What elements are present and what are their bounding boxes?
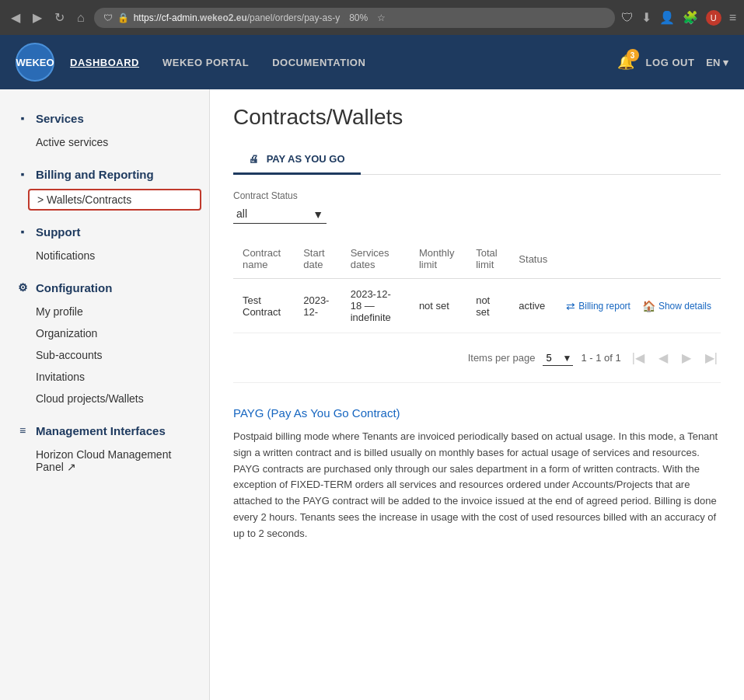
browser-extensions-icon[interactable]: 🧩 bbox=[683, 10, 698, 25]
cell-actions: ⇄ Billing report 🏠 Show details bbox=[557, 279, 721, 333]
sidebar-item-invitations[interactable]: Invitations bbox=[0, 366, 209, 388]
cell-contract-name: Test Contract bbox=[233, 279, 294, 333]
nav-right: 🔔 3 LOG OUT EN ▾ bbox=[617, 54, 728, 71]
url-suffix: /panel/orders/pay-as-y bbox=[247, 12, 340, 23]
col-total-limit: Total limit bbox=[466, 239, 509, 279]
url-domain: wekeo2.eu bbox=[200, 12, 247, 23]
sidebar-header-billing[interactable]: ▪ Billing and Reporting bbox=[0, 161, 209, 187]
sidebar-item-organization[interactable]: Organization bbox=[0, 322, 209, 344]
cell-status: active bbox=[509, 279, 557, 333]
cell-services-dates: 2023-12-18 — indefinite bbox=[341, 279, 410, 333]
browser-chrome: ◀ ▶ ↻ ⌂ 🛡 🔒 https://cf-admin.wekeo2.eu/p… bbox=[0, 0, 744, 35]
col-monthly-limit: Monthly limit bbox=[410, 239, 466, 279]
next-page-button[interactable]: ▶ bbox=[679, 349, 694, 367]
logout-button[interactable]: LOG OUT bbox=[646, 57, 695, 68]
nav-dashboard[interactable]: DASHBOARD bbox=[70, 57, 139, 68]
browser-ublockicon[interactable]: U bbox=[706, 10, 721, 26]
col-actions bbox=[557, 239, 721, 279]
actions-cell: ⇄ Billing report 🏠 Show details bbox=[566, 300, 711, 312]
cell-monthly-limit: not set bbox=[410, 279, 466, 333]
sidebar-item-my-profile[interactable]: My profile bbox=[0, 301, 209, 322]
col-services-dates: Services dates bbox=[341, 239, 410, 279]
sidebar-item-notifications[interactable]: Notifications bbox=[0, 245, 209, 266]
table-body: Test Contract 2023-12- 2023-12-18 — inde… bbox=[233, 279, 721, 333]
refresh-button[interactable]: ↻ bbox=[51, 7, 68, 28]
sidebar-section-configuration: ⚙ Configuration My profile Organization … bbox=[0, 274, 209, 409]
sidebar-section-services: ▪ Services Active services bbox=[0, 105, 209, 153]
sidebar: ▪ Services Active services ▪ Billing and… bbox=[0, 89, 210, 700]
billing-report-link[interactable]: ⇄ Billing report bbox=[566, 300, 630, 312]
payg-title[interactable]: PAYG (Pay As You Go Contract) bbox=[233, 406, 721, 420]
billing-icon: ▪ bbox=[16, 167, 30, 181]
items-per-page-label: Items per page bbox=[468, 352, 536, 364]
sidebar-label-configuration: Configuration bbox=[36, 281, 112, 294]
table-header-row: Contract name Start date Services dates … bbox=[233, 239, 721, 279]
top-navigation: WEKEO DASHBOARD WEKEO PORTAL DOCUMENTATI… bbox=[0, 35, 744, 89]
prev-page-button[interactable]: ◀ bbox=[655, 349, 671, 367]
cell-total-limit: not set bbox=[466, 279, 509, 333]
zoom-level: 80% bbox=[344, 11, 372, 25]
show-details-label: Show details bbox=[658, 301, 711, 312]
tab-payg[interactable]: 🖨 PAY AS YOU GO bbox=[233, 145, 361, 175]
url-display: https://cf-admin.wekeo2.eu/panel/orders/… bbox=[134, 12, 340, 23]
sidebar-header-services[interactable]: ▪ Services bbox=[0, 105, 209, 131]
pagination-row: Items per page 5 10 25 50 ▼ 1 - 1 of 1 |… bbox=[233, 341, 721, 383]
lock-icon: 🔒 bbox=[117, 12, 129, 23]
last-page-button[interactable]: ▶| bbox=[702, 349, 721, 367]
bookmark-icon: ☆ bbox=[377, 12, 386, 23]
sidebar-label-management: Management Interfaces bbox=[36, 424, 166, 437]
tab-payg-icon: 🖨 bbox=[249, 153, 259, 165]
billing-report-label: Billing report bbox=[578, 301, 630, 312]
security-icon: 🛡 bbox=[103, 12, 113, 23]
contract-status-select[interactable]: all active inactive pending bbox=[233, 204, 327, 224]
main-content: Contracts/Wallets 🖨 PAY AS YOU GO Contra… bbox=[210, 89, 744, 700]
notification-badge: 3 bbox=[627, 49, 639, 61]
language-selector[interactable]: EN ▾ bbox=[706, 57, 728, 68]
browser-download-icon[interactable]: ⬇ bbox=[641, 10, 651, 25]
table-row: Test Contract 2023-12- 2023-12-18 — inde… bbox=[233, 279, 721, 333]
sidebar-section-support: ▪ Support Notifications bbox=[0, 218, 209, 266]
services-icon: ▪ bbox=[16, 111, 30, 125]
col-contract-name: Contract name bbox=[233, 239, 294, 279]
first-page-button[interactable]: |◀ bbox=[629, 349, 648, 367]
management-icon: ≡ bbox=[16, 423, 30, 437]
home-button[interactable]: ⌂ bbox=[74, 8, 88, 28]
nav-wekeo-portal[interactable]: WEKEO PORTAL bbox=[162, 57, 249, 68]
browser-shield-icon[interactable]: 🛡 bbox=[621, 11, 634, 25]
page-size-select[interactable]: 5 10 25 50 bbox=[543, 350, 573, 366]
forward-button[interactable]: ▶ bbox=[30, 7, 45, 28]
sidebar-item-sub-accounts[interactable]: Sub-accounts bbox=[0, 344, 209, 366]
support-icon: ▪ bbox=[16, 225, 30, 239]
sidebar-label-services: Services bbox=[36, 112, 84, 125]
configuration-icon: ⚙ bbox=[16, 280, 30, 294]
sidebar-header-configuration[interactable]: ⚙ Configuration bbox=[0, 274, 209, 301]
sidebar-item-horizon[interactable]: Horizon Cloud Management Panel ↗ bbox=[0, 444, 209, 478]
payg-description: Postpaid billing mode where Tenants are … bbox=[233, 429, 721, 542]
sidebar-item-wallets-contracts[interactable]: Wallets/Contracts bbox=[28, 189, 201, 211]
col-status: Status bbox=[509, 239, 557, 279]
show-details-link[interactable]: 🏠 Show details bbox=[642, 300, 711, 312]
sidebar-section-management: ≡ Management Interfaces Horizon Cloud Ma… bbox=[0, 417, 209, 478]
page-size-select-wrap: 5 10 25 50 ▼ bbox=[543, 350, 573, 366]
tabs: 🖨 PAY AS YOU GO bbox=[233, 145, 721, 175]
sidebar-label-support: Support bbox=[36, 225, 81, 239]
back-button[interactable]: ◀ bbox=[8, 7, 23, 28]
sidebar-item-cloud-projects[interactable]: Cloud projects/Wallets bbox=[0, 388, 209, 409]
nav-links: DASHBOARD WEKEO PORTAL DOCUMENTATION bbox=[70, 57, 617, 68]
tab-payg-label: PAY AS YOU GO bbox=[267, 153, 345, 165]
browser-actions: 🛡 ⬇ 👤 🧩 U ≡ bbox=[621, 10, 736, 26]
sidebar-header-management[interactable]: ≡ Management Interfaces bbox=[0, 417, 209, 444]
billing-report-icon: ⇄ bbox=[566, 300, 575, 312]
sidebar-header-support[interactable]: ▪ Support bbox=[0, 218, 209, 245]
notifications-button[interactable]: 🔔 3 bbox=[617, 54, 634, 71]
main-layout: ▪ Services Active services ▪ Billing and… bbox=[0, 89, 744, 700]
sidebar-section-billing: ▪ Billing and Reporting Wallets/Contract… bbox=[0, 161, 209, 211]
browser-menu-icon[interactable]: ≡ bbox=[729, 11, 736, 25]
nav-documentation[interactable]: DOCUMENTATION bbox=[272, 57, 365, 68]
col-start-date: Start date bbox=[294, 239, 341, 279]
address-bar[interactable]: 🛡 🔒 https://cf-admin.wekeo2.eu/panel/ord… bbox=[94, 8, 615, 28]
sidebar-item-active-services[interactable]: Active services bbox=[0, 131, 209, 153]
table-header: Contract name Start date Services dates … bbox=[233, 239, 721, 279]
browser-profile-icon[interactable]: 👤 bbox=[659, 10, 675, 25]
filter-label: Contract Status bbox=[233, 190, 721, 201]
